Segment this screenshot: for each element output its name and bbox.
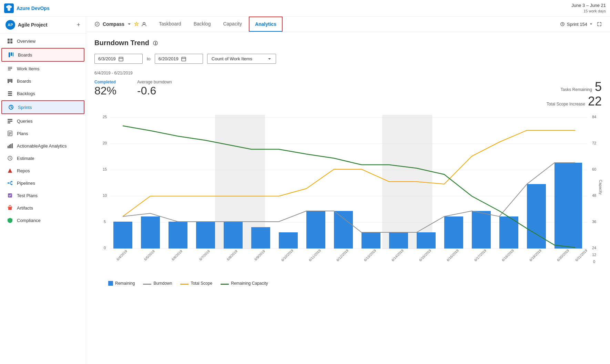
svg-rect-16 xyxy=(8,95,12,96)
repos-icon xyxy=(7,167,13,174)
svg-point-31 xyxy=(11,181,12,182)
chart-date-range: 6/4/2019 - 6/21/2019 xyxy=(94,71,602,75)
total-scope-line xyxy=(123,130,575,216)
sidebar-item-artifacts[interactable]: Artifacts xyxy=(0,202,86,214)
legend-burndown-color xyxy=(143,284,151,285)
sidebar-item-compliance[interactable]: Compliance xyxy=(0,214,86,226)
total-scope-label: Total Scope Increase xyxy=(547,102,585,107)
sidebar-item-backlogs[interactable]: Backlogs xyxy=(0,87,86,100)
svg-rect-15 xyxy=(8,93,12,94)
svg-rect-8 xyxy=(8,67,12,68)
svg-rect-12 xyxy=(9,79,11,82)
expand-icon[interactable] xyxy=(597,22,602,27)
sidebar-item-actionable-label: ActionableAgile Analytics xyxy=(17,143,67,149)
sidebar-project-info: AP Agile Project xyxy=(6,20,48,30)
page-title: Burndown Trend xyxy=(94,39,149,47)
sidebar-item-queries[interactable]: Queries xyxy=(0,115,86,127)
sidebar-item-plans[interactable]: Plans xyxy=(0,127,86,140)
sidebar-item-overview[interactable]: Overview xyxy=(0,35,86,47)
svg-rect-6 xyxy=(11,52,12,56)
svg-text:0: 0 xyxy=(593,260,595,264)
sidebar-item-sprints[interactable]: Sprints xyxy=(1,100,84,114)
svg-point-36 xyxy=(143,22,145,24)
date-to-input[interactable]: 6/20/2019 xyxy=(155,54,203,64)
svg-text:6/14/2019: 6/14/2019 xyxy=(391,249,405,262)
legend-total-scope-color xyxy=(180,284,189,285)
total-scope-stat: Total Scope Increase 22 xyxy=(547,94,602,109)
sidebar-item-boards-sub[interactable]: Boards xyxy=(0,75,86,87)
bar-0 xyxy=(113,222,132,249)
boards-icon xyxy=(8,51,14,58)
svg-text:6/4/2019: 6/4/2019 xyxy=(116,249,128,262)
date-to-value: 6/20/2019 xyxy=(159,56,179,61)
query-icon xyxy=(7,118,13,124)
legend-remaining: Remaining xyxy=(108,281,135,286)
info-icon[interactable]: i xyxy=(153,40,158,46)
svg-point-32 xyxy=(11,184,12,185)
svg-text:6/12/2019: 6/12/2019 xyxy=(336,249,349,262)
tab-taskboard[interactable]: Taskboard xyxy=(153,17,187,31)
sidebar-item-pipelines[interactable]: Pipelines xyxy=(0,177,86,189)
sidebar-item-work-items[interactable]: Work Items xyxy=(0,62,86,75)
svg-point-30 xyxy=(8,182,9,184)
svg-text:6/19/2019: 6/19/2019 xyxy=(529,249,542,262)
svg-text:6/15/2019: 6/15/2019 xyxy=(418,249,432,262)
svg-rect-34 xyxy=(8,207,12,210)
subnav-title: Compass xyxy=(94,17,146,31)
svg-rect-25 xyxy=(8,146,9,148)
svg-text:6/11/2019: 6/11/2019 xyxy=(308,249,322,262)
list-icon xyxy=(7,65,13,72)
person-icon xyxy=(142,22,146,27)
sidebar-item-boards-sub-label: Boards xyxy=(17,79,31,84)
legend-remaining-capacity: Remaining Capacity xyxy=(221,281,268,286)
star-icon[interactable] xyxy=(134,22,139,27)
topbar: Azure DevOps June 3 – June 21 15 work da… xyxy=(0,0,610,17)
svg-text:6/13/2019: 6/13/2019 xyxy=(363,249,377,262)
main-layout: AP Agile Project + Overview Boards Work … xyxy=(0,17,610,364)
date-from-input[interactable]: 6/3/2019 xyxy=(94,54,143,64)
svg-text:36: 36 xyxy=(592,220,596,224)
bar-13 xyxy=(472,211,491,249)
sidebar-item-test-plans[interactable]: Test Plans xyxy=(0,189,86,202)
main-content: Burndown Trend i 6/3/2019 to 6/20/2019 C… xyxy=(86,32,610,364)
tab-capacity[interactable]: Capacity xyxy=(217,17,247,31)
svg-rect-24 xyxy=(9,134,10,135)
sprint-work-days: 15 work days xyxy=(571,9,606,13)
project-name: Agile Project xyxy=(18,22,48,28)
sidebar-item-boards[interactable]: Boards xyxy=(1,48,84,62)
svg-text:5: 5 xyxy=(104,220,106,224)
metric-dropdown[interactable]: Count of Work Items xyxy=(207,54,276,64)
sprint-label: Sprint 154 xyxy=(567,22,587,27)
svg-rect-20 xyxy=(8,122,10,123)
svg-text:6/20/2019: 6/20/2019 xyxy=(556,249,570,262)
svg-text:60: 60 xyxy=(592,167,596,171)
calendar-from-icon xyxy=(119,57,123,61)
svg-text:25: 25 xyxy=(103,115,107,119)
completed-value: 82% xyxy=(94,84,116,97)
sidebar-item-estimate[interactable]: Estimate xyxy=(0,152,86,164)
svg-rect-26 xyxy=(9,145,10,148)
sidebar-item-actionable[interactable]: ActionableAgile Analytics xyxy=(0,140,86,152)
svg-text:24: 24 xyxy=(592,246,596,250)
sidebar-item-repos[interactable]: Repos xyxy=(0,164,86,177)
total-scope-value: 22 xyxy=(588,94,602,109)
date-separator: to xyxy=(147,56,151,61)
add-project-button[interactable]: + xyxy=(77,21,80,29)
completed-stat: Completed 82% xyxy=(94,80,116,97)
sprint-selector[interactable]: Sprint 154 xyxy=(560,22,593,27)
svg-rect-28 xyxy=(12,143,13,148)
svg-rect-14 xyxy=(8,91,12,92)
tab-backlog[interactable]: Backlog xyxy=(188,17,216,31)
svg-rect-18 xyxy=(8,119,12,120)
notification-icon xyxy=(560,22,565,27)
svg-rect-3 xyxy=(8,41,10,43)
tab-analytics[interactable]: Analytics xyxy=(249,17,283,32)
legend-total-scope: Total Scope xyxy=(180,281,212,286)
svg-rect-40 xyxy=(119,57,123,61)
org-name[interactable]: Azure DevOps xyxy=(17,6,50,11)
main-content-area: Compass Taskboard Backlog Capacity Analy… xyxy=(86,17,610,364)
svg-rect-19 xyxy=(8,121,12,122)
subnav-compass-label[interactable]: Compass xyxy=(103,21,124,27)
page-title-row: Burndown Trend i xyxy=(94,39,602,47)
bar-6 xyxy=(279,232,298,249)
